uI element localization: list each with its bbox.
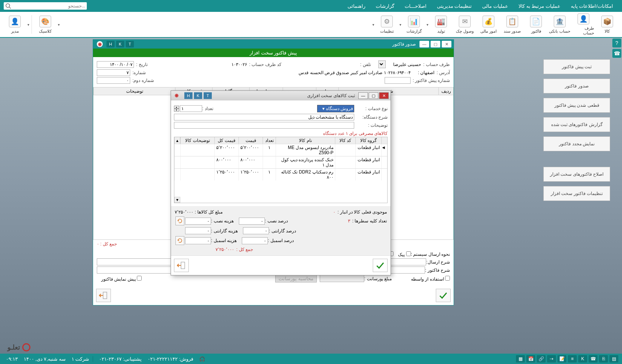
refresh-assemble-button[interactable] — [175, 236, 184, 245]
scroll-down-icon[interactable]: ▾ — [174, 197, 180, 203]
exit-button[interactable] — [96, 289, 111, 302]
sb-icon-link[interactable]: 🔗 — [537, 355, 546, 363]
contact-icon[interactable]: ☎ — [612, 49, 621, 58]
btn-hw-invoice-settings[interactable]: تنظیمات فاکتور سخت افزار — [543, 186, 610, 201]
maximize-button[interactable]: ▢ — [431, 41, 440, 47]
install-pct-input[interactable] — [239, 218, 265, 225]
menu-financial[interactable]: عملیات مالی — [477, 3, 513, 9]
opt-pike[interactable]: پیک — [398, 251, 411, 257]
modal-title: ثبت کالاهای سخت افزاری — [307, 93, 355, 98]
assemble-cost-input[interactable] — [185, 237, 211, 244]
refresh-install-button[interactable] — [175, 216, 184, 225]
number-input[interactable] — [97, 69, 130, 76]
menu-base[interactable]: امکانات/اطلاعات پایه — [566, 3, 618, 9]
minimize-button[interactable]: — — [419, 41, 429, 47]
btn-issue-invoice[interactable]: صدور فاکتور — [543, 79, 610, 93]
sb-icon-phone[interactable]: ☎ — [589, 355, 598, 363]
modal-close-button[interactable]: ✕ — [379, 92, 389, 99]
tool-admin[interactable]: 👤مدیر — [4, 13, 26, 36]
menu-help[interactable]: راهنمائی — [342, 3, 371, 9]
menu-management[interactable]: تنظیمات مدیریتی — [432, 3, 477, 9]
device-desc-input[interactable] — [174, 114, 354, 120]
tool-cheque[interactable]: ✉وصول چک — [454, 13, 476, 36]
tool-bank[interactable]: 🏦حساب بانکی — [549, 13, 571, 36]
sb-icon-1[interactable]: ▦ — [516, 355, 525, 363]
table-row[interactable]: انبار قطعات خنک کننده پردازنده دیپ کول م… — [174, 156, 387, 168]
tool-classic-theme[interactable]: 🎨کلاسیک — [34, 13, 56, 36]
calc-commission-button[interactable]: محاسبه پورسانت — [275, 275, 317, 282]
warranty-cost-input[interactable] — [185, 227, 211, 234]
col-notes: توضیحات — [93, 87, 175, 95]
search-input[interactable] — [11, 3, 85, 9]
modal-hkt: H K T — [184, 92, 213, 99]
date-input[interactable] — [97, 61, 134, 68]
sb-icon-k[interactable]: K — [578, 355, 587, 363]
use-broker-checkbox[interactable]: استفاده از واسطه — [411, 276, 450, 282]
tool-issue-doc[interactable]: 📋صدور سند — [501, 13, 523, 36]
account-select[interactable] — [378, 60, 386, 68]
scroll-up-icon[interactable]: ▴ — [174, 137, 180, 144]
commission-label: مبلغ پورسانت : — [364, 276, 392, 281]
modal-minimize-button[interactable]: — — [358, 92, 368, 99]
tool-production[interactable]: 🏭تولید — [430, 13, 452, 36]
notes-input[interactable] — [174, 122, 354, 129]
tool-invoice[interactable]: 📄فاکتور — [525, 13, 547, 36]
table-row[interactable]: انبار قطعات رم دسکتاپ DDR2 تک کاناله ۸۰۰… — [174, 168, 387, 181]
money-icon: 💰 — [483, 16, 494, 27]
h-button[interactable]: H — [106, 41, 115, 47]
help-icon[interactable]: ? — [612, 39, 621, 47]
menu-corrections[interactable]: اصلاحـــات — [399, 3, 432, 9]
service-type-select[interactable]: فروش دستگاه ▾ — [317, 105, 354, 112]
device-desc-label: شرح دستگاه: — [354, 115, 388, 120]
btn-register-preinvoice[interactable]: ثبت پیش فاکتور — [543, 59, 610, 74]
k-button[interactable]: K — [116, 41, 124, 47]
modal-k-button[interactable]: K — [194, 92, 202, 99]
modal-h-button[interactable]: H — [184, 92, 192, 99]
spin-down[interactable]: ▾ — [174, 109, 179, 112]
preview-checkbox[interactable]: پیش نمایش فاکتور — [101, 276, 142, 282]
invoice-footer — [93, 286, 454, 305]
main-menubar: امکانات/اطلاعات پایه عملیات مرتبط به کال… — [0, 0, 622, 12]
btn-finalize-preinvoice[interactable]: قطعی شدن پیش فاکتور — [543, 98, 610, 113]
sb-icon-share[interactable]: ⇢ — [547, 355, 556, 363]
install-cost-input[interactable] — [185, 218, 211, 225]
warranty-pct-input[interactable] — [243, 227, 269, 234]
modal-confirm-button[interactable] — [373, 259, 388, 272]
main-toolbar: 📦کالا 👤طرف حساب 🏦حساب بانکی 📄فاکتور 📋صدو… — [0, 12, 622, 38]
table-row[interactable]: ◄ انبار قطعات مادربرد ایسوس مدل ME Z590-… — [174, 144, 387, 156]
count-input[interactable] — [180, 105, 202, 112]
btn-reshow-invoice[interactable]: نمایش مجدد فاکتور — [543, 136, 610, 151]
sb-icon-list[interactable]: ≡ — [568, 355, 577, 363]
tool-account-side[interactable]: 👤طرف حساب — [572, 13, 595, 36]
second-num-input[interactable] — [97, 77, 130, 84]
commission-input[interactable] — [320, 275, 364, 282]
t-button[interactable]: T — [126, 41, 134, 47]
dropdown-arrow-icon[interactable]: ▾ — [426, 22, 429, 27]
sb-icon-note[interactable]: 📝 — [557, 355, 566, 363]
dropdown-arrow-icon[interactable]: ▾ — [57, 22, 60, 27]
menu-reports[interactable]: گزارشات — [371, 3, 399, 9]
gear-icon: ⚙ — [381, 16, 393, 27]
sb-icon-calendar[interactable]: 📅 — [526, 355, 535, 363]
preinvoice-num-input[interactable] — [385, 77, 411, 84]
sb-icon-grid[interactable]: ▤ — [609, 355, 618, 363]
tool-goods[interactable]: 📦کالا — [596, 13, 618, 36]
modal-maximize-button[interactable]: ▢ — [369, 92, 378, 99]
spin-up[interactable]: ▴ — [174, 106, 179, 109]
assemble-pct-input[interactable] — [242, 237, 268, 244]
modal-exit-button[interactable] — [174, 259, 189, 272]
close-button[interactable]: ✕ — [442, 41, 451, 47]
tool-settings[interactable]: ⚙تنظیمات — [376, 13, 398, 36]
tool-finance[interactable]: 💰امور مالی — [477, 13, 500, 36]
btn-correct-hw-invoices[interactable]: اصلاح فاکتورهای سخت افزار — [543, 167, 610, 182]
dropdown-arrow-icon[interactable]: ▾ — [27, 22, 30, 27]
dropdown-arrow-icon[interactable]: ▾ — [399, 22, 402, 27]
tool-reports[interactable]: 📊گزارشات — [403, 13, 425, 36]
refresh-icon — [177, 218, 183, 224]
sb-icon-copy[interactable]: ⎘ — [599, 355, 608, 363]
dropdown-arrow-icon[interactable]: ▾ — [372, 22, 375, 27]
menu-goods-ops[interactable]: عملیات مرتبط به کالا — [513, 3, 566, 9]
modal-t-button[interactable]: T — [204, 92, 212, 99]
confirm-button[interactable] — [436, 289, 451, 302]
btn-registered-report[interactable]: گزارش فاکتورهای ثبت شده — [543, 117, 610, 132]
